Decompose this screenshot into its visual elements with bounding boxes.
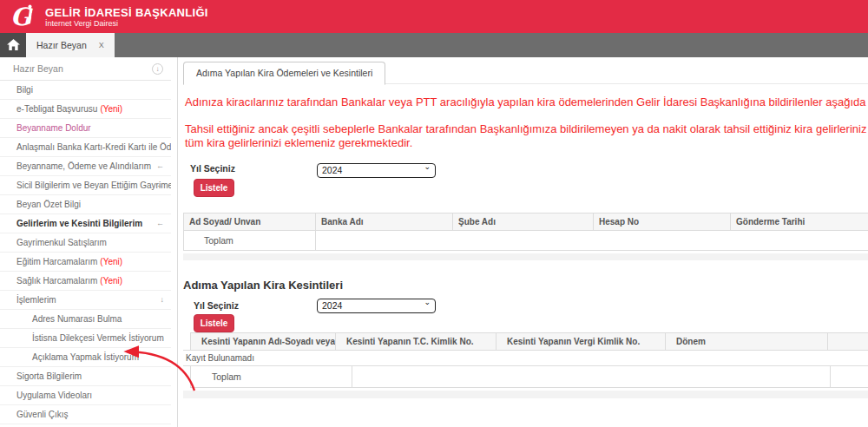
column-header: Gönderme Tarihi xyxy=(731,214,868,230)
notice-paragraph-2-line2: tüm kira gelirlerinizi eklemeniz gerekme… xyxy=(185,136,412,149)
sidebar-item[interactable]: Adres Numarası Bulma xyxy=(0,310,171,329)
window-tabbar: Hazır Beyan X xyxy=(0,33,868,57)
sidebar-item-label: İstisna Dilekçesi Vermek İstiyorum xyxy=(32,333,164,343)
arrow-left-icon: ← xyxy=(156,161,164,171)
table1-header-row: Ad Soyad/ UnvanBanka AdıŞube AdıHesap No… xyxy=(183,213,868,230)
main-panel: Adıma Yapılan Kira Ödemeleri ve Kesintil… xyxy=(177,57,868,427)
sidebar-item-label: Gelirlerim ve Kesinti Bilgilerim xyxy=(16,219,142,228)
sidebar-item[interactable]: Açıklama Yapmak İstiyorum xyxy=(0,348,171,367)
arrow-left-icon: ← xyxy=(156,219,164,228)
sidebar-item[interactable]: Bilgi xyxy=(0,81,171,100)
table-footer-strip xyxy=(183,391,868,398)
section-title-kesintiler: Adıma Yapılan Kira Kesintileri xyxy=(183,279,343,292)
column-header: Kesinti Yapanın Adı-Soyadı veya Unvanı xyxy=(191,333,336,350)
sidebar-item-label: Uygulama Videoları xyxy=(16,391,92,400)
sidebar-item[interactable]: Uygulama Videoları xyxy=(0,386,171,405)
total-value-cell xyxy=(316,231,868,250)
tab-close-icon[interactable]: X xyxy=(99,41,104,49)
sidebar-item[interactable]: İstisna Dilekçesi Vermek İstiyorum xyxy=(0,329,171,348)
kira-odemeleri-table: Ad Soyad/ UnvanBanka AdıŞube AdıHesap No… xyxy=(183,213,868,260)
sidebar-item-label: Gayrimenkul Satışlarım xyxy=(16,238,107,247)
app-title: GELİR İDARESİ BAŞKANLIĞI xyxy=(45,6,208,19)
new-badge: (Yeni) xyxy=(100,257,122,266)
sidebar-item[interactable]: Gayrimenkul Satışlarım xyxy=(0,233,171,253)
total-label: Toplam xyxy=(191,366,352,387)
tab-kira-odemeleri[interactable]: Adıma Yapılan Kira Ödemeleri ve Kesintil… xyxy=(183,62,385,85)
sidebar-item-label: Beyan Özet Bilgi xyxy=(16,200,81,209)
column-header: Kesinti Yapanın Vergi Kimlik No. xyxy=(496,333,666,350)
sidebar-item-label: Sicil Bilgilerim ve Beyan Ettiğim Gayrim… xyxy=(16,181,171,190)
sidebar-item-label: Açıklama Yapmak İstiyorum xyxy=(32,352,139,362)
home-icon xyxy=(7,39,20,51)
sidebar-item[interactable]: Eğitim Harcamalarım(Yeni) xyxy=(0,253,171,272)
year-label-2: Yıl Seçiniz xyxy=(194,300,239,311)
chevron-down-icon: ↓ xyxy=(161,295,165,305)
tab-hazir-beyan[interactable]: Hazır Beyan X xyxy=(26,33,115,57)
sidebar-item[interactable]: Beyanname Doldur xyxy=(0,119,171,138)
column-header: Banka Adı xyxy=(316,214,453,230)
home-button[interactable] xyxy=(0,33,26,57)
sidebar-item[interactable]: Sigorta Bilgilerim xyxy=(0,367,171,386)
sidebar-item-label: Sağlık Harcamalarım xyxy=(16,276,97,286)
sidebar-item-label: e-Tebligat Başvurusu xyxy=(16,104,97,114)
new-badge: (Yeni) xyxy=(100,104,122,114)
tab-label: Hazır Beyan xyxy=(36,40,87,50)
sidebar-item-label: Anlaşmalı Banka Kartı-Kredi Kartı ile Öd… xyxy=(16,142,171,152)
total-extra-cell xyxy=(831,366,868,387)
table-row: Toplam xyxy=(190,366,868,388)
table2-header-row: Kesinti Yapanın Adı-Soyadı veya UnvanıKe… xyxy=(190,332,868,350)
content-tab-row: Adıma Yapılan Kira Ödemeleri ve Kesintil… xyxy=(183,62,868,84)
sidebar-item-label: İşlemlerim xyxy=(16,295,56,305)
sidebar-item[interactable]: Beyan Özet Bilgi xyxy=(0,195,171,214)
year-select-wrap-2: 2024 ⌄ xyxy=(317,297,436,312)
sidebar-item[interactable]: İşlemlerim↓ xyxy=(0,291,171,310)
app-header: G GELİR İDARESİ BAŞKANLIĞI İnternet Verg… xyxy=(0,0,868,33)
column-header: Hesap No xyxy=(594,214,731,230)
column-header: Şube Adı xyxy=(453,214,594,230)
sidebar-item-label: Beyanname Doldur xyxy=(16,123,91,133)
listele-button-2[interactable]: Listele xyxy=(194,314,234,332)
sidebar-item[interactable]: Anlaşmalı Banka Kartı-Kredi Kartı ile Öd… xyxy=(0,138,171,157)
year-select-wrap-1: 2024 ⌄ xyxy=(317,161,436,176)
gib-logo: G xyxy=(9,3,38,30)
listele-button-1[interactable]: Listele xyxy=(194,179,234,197)
column-header xyxy=(828,333,868,350)
sidebar-item[interactable]: Güvenli Çıkış xyxy=(0,405,171,424)
sidebar-item[interactable]: Beyanname, Ödeme ve Alındılarım← xyxy=(0,157,171,176)
column-header: Kesinti Yapanın T.C. Kimlik No. xyxy=(336,333,496,350)
table-footer-strip xyxy=(183,253,868,260)
sidebar-item-label: Sigorta Bilgilerim xyxy=(16,371,82,381)
sidebar-item-label: Güvenli Çıkış xyxy=(16,410,68,419)
sidebar: Hazır Beyan ↓ Bilgie-Tebligat Başvurusu(… xyxy=(0,57,171,427)
year-label-1: Yıl Seçiniz xyxy=(190,163,235,174)
no-records-row: Kayıt Bulunamadı xyxy=(183,350,868,366)
total-value-cell xyxy=(352,366,831,387)
arrow-left-icon: ← xyxy=(156,181,164,190)
year-select-1[interactable]: 2024 xyxy=(317,163,436,178)
column-header: Ad Soyad/ Unvan xyxy=(184,214,316,230)
app-subtitle: İnternet Vergi Dairesi xyxy=(45,19,208,28)
sidebar-title: Hazır Beyan ↓ xyxy=(0,57,171,81)
notice-paragraph-2-line1: Tahsil ettiğiniz ancak çeşitli sebeplerl… xyxy=(185,122,868,135)
column-header: Dönem xyxy=(666,333,828,350)
sidebar-item-label: Adres Numarası Bulma xyxy=(32,314,122,324)
year-select-2[interactable]: 2024 xyxy=(317,299,436,313)
sidebar-item[interactable]: Gelirlerim ve Kesinti Bilgilerim← xyxy=(0,214,171,233)
notice-paragraph-1: Adınıza kiracılarınız tarafından Bankala… xyxy=(185,95,868,108)
sidebar-item[interactable]: Sağlık Harcamalarım(Yeni) xyxy=(0,272,171,291)
sidebar-item-label: Beyanname, Ödeme ve Alındılarım xyxy=(16,161,151,171)
new-badge: (Yeni) xyxy=(100,276,122,286)
sidebar-item-label: Eğitim Harcamalarım xyxy=(16,257,97,266)
sidebar-items: Bilgie-Tebligat Başvurusu(Yeni)Beyanname… xyxy=(0,81,171,424)
collapse-circle-icon[interactable]: ↓ xyxy=(152,63,163,75)
table-row: Toplam xyxy=(183,230,868,251)
sidebar-item[interactable]: e-Tebligat Başvurusu(Yeni) xyxy=(0,100,171,119)
kira-kesintileri-table: Kesinti Yapanın Adı-Soyadı veya UnvanıKe… xyxy=(183,332,868,398)
total-label: Toplam xyxy=(184,231,316,250)
sidebar-item[interactable]: Sicil Bilgilerim ve Beyan Ettiğim Gayrim… xyxy=(0,176,171,195)
sidebar-item-label: Bilgi xyxy=(16,85,33,95)
